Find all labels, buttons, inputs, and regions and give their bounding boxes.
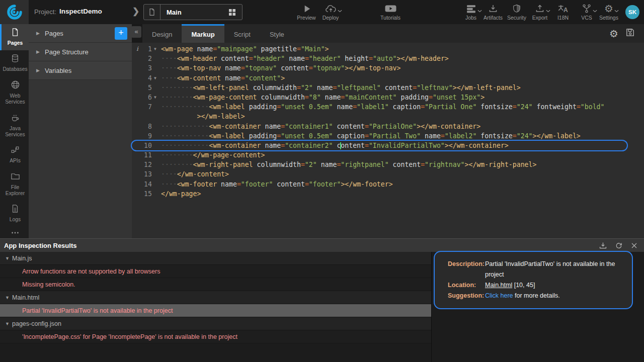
inspection-tools (599, 239, 638, 252)
expand-arrow-icon[interactable]: ▶ (36, 49, 42, 54)
code-line[interactable]: 5········<wm-left-panel columnwidth="2" … (132, 83, 644, 93)
tab-design[interactable]: Design (142, 24, 182, 43)
chevron-down-icon (593, 6, 597, 15)
inspection-group-pages-config.json[interactable]: ▼pages-config.json (0, 317, 431, 330)
description-label: Description: (448, 259, 485, 280)
fold-toggle-icon[interactable]: ▼ (152, 44, 158, 54)
user-avatar[interactable]: SK (625, 5, 639, 19)
refresh-icon[interactable] (615, 241, 623, 249)
grid-icon[interactable] (229, 9, 242, 16)
description-value: Partial 'InvalidPartialTwo' is not avail… (485, 259, 622, 280)
security-button[interactable]: Security (506, 3, 527, 23)
expand-arrow-icon[interactable]: ▶ (36, 68, 42, 73)
artifacts-button[interactable]: Artifacts (481, 3, 505, 23)
line-number: 6 (140, 93, 152, 102)
collapse-arrow-icon[interactable]: ▼ (5, 256, 12, 261)
file-name: pages-config.json (12, 320, 61, 327)
code-line[interactable]: 2····<wm-header content="header" name="h… (132, 54, 644, 63)
left-sidebar: PagesDatabasesWebServicesJavaServicesAPI… (0, 24, 29, 238)
settings-button[interactable]: ⚙Settings (597, 3, 620, 23)
fold-toggle-icon[interactable]: ▼ (152, 73, 158, 83)
close-icon[interactable] (630, 242, 638, 249)
jobs-button[interactable]: Jobs (460, 3, 482, 23)
tutorials-button[interactable]: Tutorials (376, 3, 405, 23)
export-button[interactable]: Export (529, 3, 551, 23)
tab-markup[interactable]: Markup (182, 24, 224, 43)
code-line[interactable]: 7············<wm-label padding="unset 0.… (132, 102, 644, 112)
code-line[interactable]: 14····<wm-footer name="footer" content="… (132, 179, 644, 189)
line-number: 8 (140, 122, 152, 131)
click-here-link[interactable]: Click here (485, 292, 513, 299)
tab-script[interactable]: Script (224, 24, 260, 43)
i18n-icon: A (557, 3, 569, 14)
code-text: <wm-page name="mainpage" pagetitle="Main… (158, 44, 329, 54)
code-line[interactable]: 13····</wm-content> (132, 169, 644, 179)
panel-section-label: Pages (45, 30, 63, 37)
inspection-item[interactable]: 'IncompletePage.css' for Page 'Incomplet… (0, 330, 431, 343)
markup-settings-gear-icon[interactable]: ⚙ (609, 29, 618, 39)
code-text: ············<wm-container name="containe… (158, 141, 509, 150)
inspection-item[interactable]: Missing semicolon. (0, 278, 431, 291)
sidebar-item-file-explorer[interactable]: FileExplorer (0, 168, 29, 201)
code-line[interactable]: 12········<wm-right-panel columnwidth="2… (132, 160, 644, 169)
code-line[interactable]: ·········></wm-label> (132, 112, 644, 121)
code-text: ············<wm-label padding="unset 0.5… (158, 102, 604, 112)
chevron-down-icon (614, 6, 619, 15)
preview-button[interactable]: Preview (295, 3, 317, 23)
save-icon[interactable] (625, 28, 635, 39)
inspection-group-Main.js[interactable]: ▼Main.js (0, 252, 431, 265)
panel-section-variables[interactable]: ▶Variables (29, 61, 132, 80)
location-file-link[interactable]: Main.html (485, 282, 512, 289)
sidebar-item-apis[interactable]: APIs (0, 142, 29, 168)
security-label: Security (507, 15, 526, 21)
page-file-icon (144, 8, 160, 16)
code-line[interactable]: 15</wm-page> (132, 189, 644, 199)
page-selector[interactable]: Main (143, 4, 243, 20)
vcs-button[interactable]: VCS (575, 3, 598, 23)
app-logo[interactable] (0, 0, 29, 24)
code-line[interactable]: 3····<wm-top-nav name="topnav" content="… (132, 63, 644, 73)
folder-icon (11, 171, 20, 183)
expand-arrow-icon[interactable]: ▶ (36, 31, 42, 36)
logs-icon (11, 204, 20, 215)
panel-section-page-structure[interactable]: ▶Page Structure (29, 43, 132, 61)
fold-toggle-icon[interactable]: ▼ (152, 93, 158, 102)
line-number: 2 (140, 54, 152, 63)
code-line[interactable]: 6▼········<wm-page-content columnwidth="… (132, 93, 644, 102)
location-value: Main.html [10, 45] (485, 280, 622, 291)
deploy-button[interactable]: Deploy (318, 3, 343, 23)
code-line[interactable]: 8············<wm-container name="contain… (132, 122, 644, 131)
sidebar-item-web-services[interactable]: WebServices (0, 76, 29, 109)
panel-section-pages[interactable]: ▶Pages+ (29, 24, 132, 43)
inspection-group-Main.html[interactable]: ▼Main.html (0, 291, 431, 304)
tab-style[interactable]: Style (260, 24, 294, 43)
download-icon[interactable] (599, 241, 607, 250)
code-line[interactable]: 9············<wm-label padding="unset 0.… (132, 131, 644, 141)
inspection-results-list: ▼Main.jsArrow functions are not supporte… (0, 252, 432, 362)
collapse-panel-button[interactable]: « (131, 26, 141, 38)
sidebar-item-logs[interactable]: Logs (0, 201, 29, 227)
inspection-item-selected[interactable]: Partial 'InvalidPartialTwo' is not avail… (0, 304, 431, 317)
sidebar-item-pages[interactable]: Pages (0, 24, 29, 50)
chevron-down-icon (338, 6, 342, 15)
collapse-arrow-icon[interactable]: ▼ (5, 321, 12, 326)
issue-text: 'IncompletePage.css' for Page 'Incomplet… (22, 333, 237, 340)
sidebar-item-databases[interactable]: Databases (0, 50, 29, 76)
code-line[interactable]: i1▼<wm-page name="mainpage" pagetitle="M… (132, 44, 644, 54)
export-icon (535, 3, 545, 14)
i18n-button[interactable]: AI18N (552, 3, 574, 23)
suggestion-value: Click here for more details. (485, 291, 622, 301)
sidebar-item-label: WebServices (5, 93, 25, 105)
cloud-icon (325, 3, 337, 14)
code-text: ············<wm-container name="containe… (158, 122, 480, 131)
sidebar-item-java-services[interactable]: JavaServices (0, 110, 29, 142)
code-text: ····<wm-content name="content"> (158, 73, 285, 83)
add-page-button[interactable]: + (115, 27, 127, 40)
inspection-item[interactable]: Arrow functions are not supported by all… (0, 265, 431, 278)
code-line[interactable]: 4▼····<wm-content name="content"> (132, 73, 644, 83)
code-line-highlighted[interactable]: 10············<wm-container name="contai… (132, 141, 627, 150)
panel-section-label: Page Structure (45, 48, 89, 56)
markup-code-editor[interactable]: i1▼<wm-page name="mainpage" pagetitle="M… (132, 43, 644, 238)
code-line[interactable]: 11········</wm-page-content> (132, 150, 644, 160)
collapse-arrow-icon[interactable]: ▼ (5, 295, 12, 300)
